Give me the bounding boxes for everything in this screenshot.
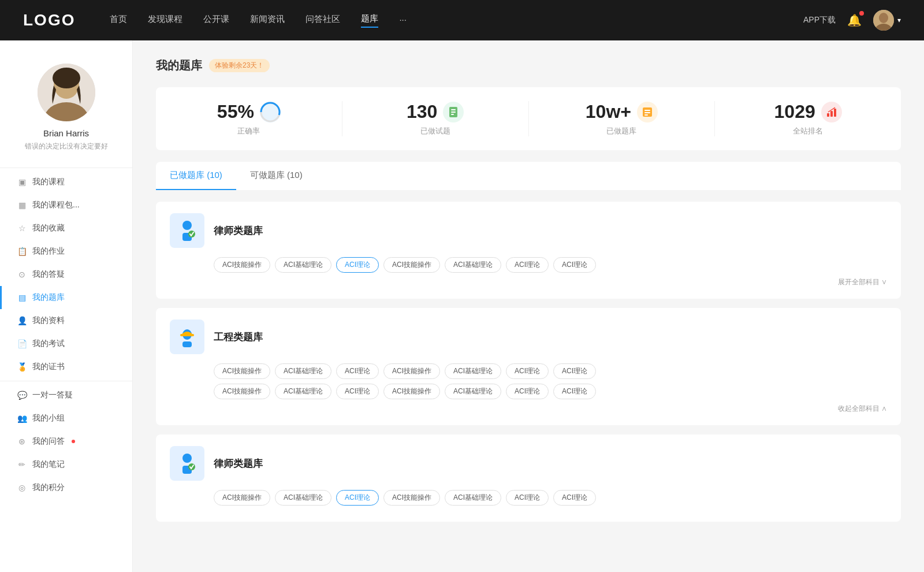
main-layout: Brian Harris 错误的决定比没有决定要好 ▣ 我的课程 ▦ 我的课程包… [0,40,924,572]
main-nav: 首页 发现课程 公开课 新闻资讯 问答社区 题库 ··· [110,13,803,28]
nav-news[interactable]: 新闻资讯 [250,14,285,27]
nav-discover[interactable]: 发现课程 [148,14,182,27]
tags-row-1-a: ACI技能操作 ACI基础理论 ACI理论 ACI技能操作 ACI基础理论 AC… [214,363,887,379]
nav-open-course[interactable]: 公开课 [203,14,229,27]
tag-1-9[interactable]: ACI理论 [336,384,379,399]
cert-icon: 🏅 [17,362,27,372]
tag-1-5[interactable]: ACI理论 [506,363,549,379]
tag-0-6[interactable]: ACI理论 [553,257,596,273]
tag-2-0[interactable]: ACI技能操作 [214,490,270,506]
svg-point-20 [182,221,192,230]
expand-link-0[interactable]: 展开全部科目 ∨ [170,277,887,287]
sidebar-item-my-course[interactable]: ▣ 我的课程 [0,170,132,194]
group-icon: 👥 [17,414,27,423]
tag-1-0[interactable]: ACI技能操作 [214,363,270,379]
tabs-row: 已做题库 (10) 可做题库 (10) [156,162,901,190]
tag-0-1[interactable]: ACI基础理论 [275,257,331,273]
nav-more[interactable]: ··· [399,14,407,27]
svg-point-26 [182,454,192,463]
tag-1-6[interactable]: ACI理论 [553,363,596,379]
sidebar-item-notes[interactable]: ✏ 我的笔记 [0,453,132,476]
user-avatar-button[interactable]: ▾ [873,10,901,31]
tag-0-3[interactable]: ACI技能操作 [383,257,440,273]
stat-banks-top: 10w+ [586,101,658,122]
tag-0-0[interactable]: ACI技能操作 [214,257,270,273]
tab-done-banks[interactable]: 已做题库 (10) [156,162,236,190]
bell-icon: 🔔 [847,14,862,27]
nav-home[interactable]: 首页 [110,14,127,27]
tags-row-1-b: ACI技能操作 ACI基础理论 ACI理论 ACI技能操作 ACI基础理论 AC… [214,384,887,399]
nav-qa[interactable]: 问答社区 [305,14,340,27]
sidebar: Brian Harris 错误的决定比没有决定要好 ▣ 我的课程 ▦ 我的课程包… [0,40,133,572]
stat-done-questions: 130 已做试题 [342,101,529,136]
sidebar-item-my-qa[interactable]: ⊛ 我的问答 [0,430,132,453]
tag-2-1[interactable]: ACI基础理论 [275,490,331,506]
tag-0-2[interactable]: ACI理论 [336,257,379,273]
tag-1-13[interactable]: ACI理论 [553,384,596,399]
logo[interactable]: LOGO [23,11,75,29]
tag-1-11[interactable]: ACI基础理论 [445,384,501,399]
notification-bell-button[interactable]: 🔔 [847,13,862,27]
svg-rect-25 [182,341,192,347]
svg-point-6 [53,68,80,88]
doc-icon: ▣ [17,177,27,187]
svg-rect-16 [644,114,648,116]
notification-badge [859,11,864,16]
done-banks-value: 10w+ [586,101,631,122]
sidebar-item-one-on-one[interactable]: 💬 一对一答疑 [0,384,132,407]
tag-1-3[interactable]: ACI技能操作 [383,363,440,379]
qbank-card-2: 律师类题库 ACI技能操作 ACI基础理论 ACI理论 ACI技能操作 ACI基… [156,434,901,522]
sidebar-item-group[interactable]: 👥 我的小组 [0,407,132,430]
tag-1-1[interactable]: ACI基础理论 [275,363,331,379]
stat-accuracy: 55% 正确率 [156,101,342,136]
tag-1-10[interactable]: ACI技能操作 [383,384,440,399]
sidebar-item-course-pack[interactable]: ▦ 我的课程包... [0,194,132,217]
sidebar-item-points[interactable]: ◎ 我的积分 [0,476,132,499]
tag-1-7[interactable]: ACI技能操作 [214,384,270,399]
sidebar-item-favorites[interactable]: ☆ 我的收藏 [0,217,132,240]
stat-done-banks: 10w+ 已做题库 [529,101,716,136]
svg-rect-17 [827,113,829,117]
accuracy-value: 55% [217,101,254,122]
tag-0-5[interactable]: ACI理论 [506,257,549,273]
svg-rect-19 [834,109,836,117]
tag-0-4[interactable]: ACI基础理论 [445,257,501,273]
sidebar-item-homework[interactable]: 📋 我的作业 [0,240,132,263]
sidebar-item-profile[interactable]: 👤 我的资料 [0,309,132,332]
tag-2-6[interactable]: ACI理论 [553,490,596,506]
bar-icon: ▦ [17,200,27,210]
question-circle-icon: ⊙ [17,270,27,279]
tag-1-8[interactable]: ACI基础理论 [275,384,331,399]
tag-1-12[interactable]: ACI理论 [506,384,549,399]
qmark-icon: ⊛ [17,437,27,446]
trial-badge: 体验剩余23天！ [209,59,270,72]
engineer-bank-icon [170,320,204,354]
qbank-header-0: 律师类题库 [170,213,887,248]
tag-1-4[interactable]: ACI基础理论 [445,363,501,379]
sidebar-item-qa[interactable]: ⊙ 我的答疑 [0,263,132,286]
qbank-title-1: 工程类题库 [214,330,263,344]
nav-question-bank[interactable]: 题库 [361,13,378,28]
main-content: 我的题库 体验剩余23天！ 55% 正确率 13 [133,40,924,572]
divider-1 [0,168,132,168]
file-icon: 📄 [17,339,27,348]
sidebar-item-question-bank[interactable]: ▤ 我的题库 [0,286,132,309]
stat-accuracy-top: 55% [217,101,281,122]
app-download-link[interactable]: APP下载 [803,15,836,25]
tag-2-5[interactable]: ACI理论 [506,490,549,506]
chevron-down-icon: ▾ [897,16,901,24]
done-questions-label: 已做试题 [420,126,450,136]
tag-2-4[interactable]: ACI基础理论 [445,490,501,506]
tab-available-banks[interactable]: 可做题库 (10) [236,162,316,190]
tag-2-3[interactable]: ACI技能操作 [383,490,440,506]
tag-2-2[interactable]: ACI理论 [336,490,379,506]
stat-rank-top: 1029 [774,101,842,122]
avatar [873,10,894,31]
expand-link-1[interactable]: 收起全部科目 ∧ [170,404,887,414]
header: LOGO 首页 发现课程 公开课 新闻资讯 问答社区 题库 ··· APP下载 … [0,0,924,40]
tag-1-2[interactable]: ACI理论 [336,363,379,379]
sidebar-item-certificate[interactable]: 🏅 我的证书 [0,355,132,378]
sidebar-item-exam[interactable]: 📄 我的考试 [0,332,132,355]
accuracy-label: 正确率 [237,126,260,136]
done-questions-doc-icon [443,102,464,122]
